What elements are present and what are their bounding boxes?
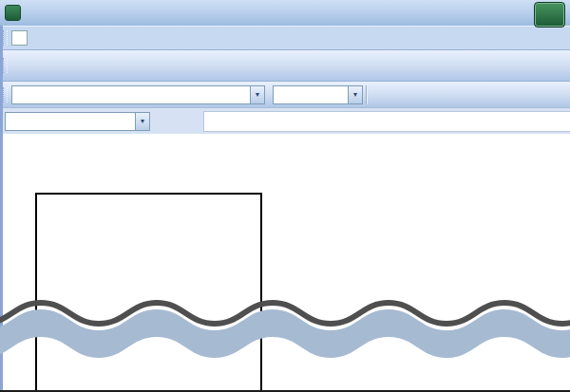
menu-bar: [0, 26, 570, 49]
toolbar-grip[interactable]: [3, 30, 8, 46]
font-size-select[interactable]: [273, 85, 349, 104]
excel-app-icon: [5, 5, 21, 21]
name-box[interactable]: [5, 112, 136, 131]
worksheet-grid: [0, 134, 570, 392]
font-name-dropdown-icon[interactable]: ▼: [251, 85, 265, 104]
font-name-select[interactable]: [11, 85, 251, 104]
toolbar-grip[interactable]: [3, 58, 8, 73]
title-bar: [0, 0, 570, 26]
formula-input[interactable]: [203, 111, 570, 132]
excel-2003-badge: [534, 2, 567, 28]
formula-bar: ▼: [0, 107, 570, 134]
workbook-icon: [11, 30, 28, 46]
standard-toolbar: [0, 49, 570, 81]
selection-outline: [35, 193, 262, 392]
excel-logo-icon: [534, 2, 565, 28]
toolbar-grip[interactable]: [3, 87, 8, 103]
formatting-toolbar: ▼ ▼: [0, 81, 570, 107]
font-size-dropdown-icon[interactable]: ▼: [349, 85, 363, 104]
window-left-border: [0, 26, 3, 392]
name-box-dropdown-icon[interactable]: ▼: [136, 112, 150, 131]
